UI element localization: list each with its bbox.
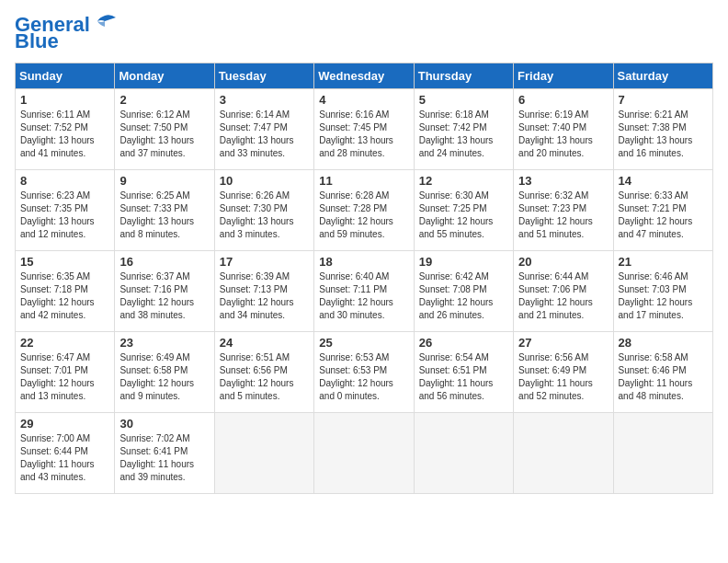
weekday-header: Monday [115, 63, 214, 89]
logo: General Blue [15, 15, 118, 52]
calendar-day: 24Sunrise: 6:51 AMSunset: 6:56 PMDayligh… [214, 332, 313, 413]
calendar-day: 2Sunrise: 6:12 AMSunset: 7:50 PMDaylight… [115, 89, 214, 170]
calendar-day: 5Sunrise: 6:18 AMSunset: 7:42 PMDaylight… [414, 89, 513, 170]
calendar-day: 4Sunrise: 6:16 AMSunset: 7:45 PMDaylight… [314, 89, 414, 170]
calendar-day: 30Sunrise: 7:02 AMSunset: 6:41 PMDayligh… [115, 413, 214, 494]
calendar-day: 22Sunrise: 6:47 AMSunset: 7:01 PMDayligh… [16, 332, 115, 413]
calendar-day: 15Sunrise: 6:35 AMSunset: 7:18 PMDayligh… [16, 251, 115, 332]
calendar-week-row: 22Sunrise: 6:47 AMSunset: 7:01 PMDayligh… [16, 332, 713, 413]
calendar-day: 12Sunrise: 6:30 AMSunset: 7:25 PMDayligh… [414, 170, 513, 251]
calendar-day: 10Sunrise: 6:26 AMSunset: 7:30 PMDayligh… [214, 170, 313, 251]
calendar-day: 27Sunrise: 6:56 AMSunset: 6:49 PMDayligh… [514, 332, 613, 413]
weekday-header: Friday [514, 63, 613, 89]
weekday-header: Wednesday [314, 63, 414, 89]
calendar-week-row: 15Sunrise: 6:35 AMSunset: 7:18 PMDayligh… [16, 251, 713, 332]
calendar-day: 25Sunrise: 6:53 AMSunset: 6:53 PMDayligh… [314, 332, 414, 413]
calendar-day: 21Sunrise: 6:46 AMSunset: 7:03 PMDayligh… [613, 251, 712, 332]
calendar-day: 13Sunrise: 6:32 AMSunset: 7:23 PMDayligh… [514, 170, 613, 251]
calendar-day: 8Sunrise: 6:23 AMSunset: 7:35 PMDaylight… [16, 170, 115, 251]
calendar-day: 16Sunrise: 6:37 AMSunset: 7:16 PMDayligh… [115, 251, 214, 332]
logo-blue: Blue [15, 31, 59, 52]
calendar-day: 11Sunrise: 6:28 AMSunset: 7:28 PMDayligh… [314, 170, 414, 251]
page-header: General Blue [15, 15, 713, 52]
calendar-day: 18Sunrise: 6:40 AMSunset: 7:11 PMDayligh… [314, 251, 414, 332]
calendar-day: 26Sunrise: 6:54 AMSunset: 6:51 PMDayligh… [414, 332, 513, 413]
calendar-day [613, 413, 712, 494]
calendar-table: SundayMondayTuesdayWednesdayThursdayFrid… [15, 63, 713, 494]
calendar-day: 3Sunrise: 6:14 AMSunset: 7:47 PMDaylight… [214, 89, 313, 170]
calendar-day: 28Sunrise: 6:58 AMSunset: 6:46 PMDayligh… [613, 332, 712, 413]
calendar-day: 14Sunrise: 6:33 AMSunset: 7:21 PMDayligh… [613, 170, 712, 251]
calendar-day: 29Sunrise: 7:00 AMSunset: 6:44 PMDayligh… [16, 413, 115, 494]
calendar-day: 6Sunrise: 6:19 AMSunset: 7:40 PMDaylight… [514, 89, 613, 170]
calendar-day [514, 413, 613, 494]
calendar-week-row: 29Sunrise: 7:00 AMSunset: 6:44 PMDayligh… [16, 413, 713, 494]
calendar-day [214, 413, 313, 494]
calendar-day [314, 413, 414, 494]
weekday-header: Thursday [414, 63, 513, 89]
calendar-day: 1Sunrise: 6:11 AMSunset: 7:52 PMDaylight… [16, 89, 115, 170]
calendar-day: 23Sunrise: 6:49 AMSunset: 6:58 PMDayligh… [115, 332, 214, 413]
calendar-day: 17Sunrise: 6:39 AMSunset: 7:13 PMDayligh… [214, 251, 313, 332]
calendar-day [414, 413, 513, 494]
calendar-day: 7Sunrise: 6:21 AMSunset: 7:38 PMDaylight… [613, 89, 712, 170]
calendar-day: 19Sunrise: 6:42 AMSunset: 7:08 PMDayligh… [414, 251, 513, 332]
calendar-week-row: 1Sunrise: 6:11 AMSunset: 7:52 PMDaylight… [16, 89, 713, 170]
weekday-header-row: SundayMondayTuesdayWednesdayThursdayFrid… [16, 63, 713, 89]
weekday-header: Sunday [16, 63, 115, 89]
calendar-day: 9Sunrise: 6:25 AMSunset: 7:33 PMDaylight… [115, 170, 214, 251]
weekday-header: Saturday [613, 63, 712, 89]
logo-bird-icon [92, 14, 118, 32]
calendar-week-row: 8Sunrise: 6:23 AMSunset: 7:35 PMDaylight… [16, 170, 713, 251]
calendar-day: 20Sunrise: 6:44 AMSunset: 7:06 PMDayligh… [514, 251, 613, 332]
weekday-header: Tuesday [214, 63, 313, 89]
